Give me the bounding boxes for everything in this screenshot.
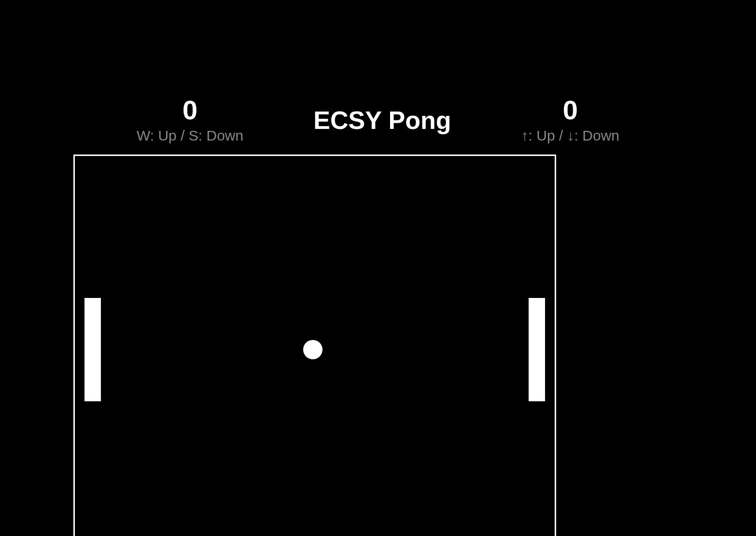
player1-score: 0 (182, 97, 197, 124)
header-inner: 0 W: Up / S: Down ECSY Pong 0 ↑: Up / ↓:… (137, 97, 619, 144)
game-title: ECSY Pong (313, 106, 451, 135)
player2-score: 0 (563, 97, 578, 124)
player2-panel: 0 ↑: Up / ↓: Down (521, 97, 619, 144)
player2-controls-hint: ↑: Up / ↓: Down (521, 127, 619, 144)
player1-controls-hint: W: Up / S: Down (137, 127, 243, 144)
ball (303, 340, 322, 359)
paddle-right[interactable] (529, 298, 545, 401)
play-area[interactable] (73, 155, 556, 536)
paddle-left[interactable] (84, 298, 101, 401)
game-header: 0 W: Up / S: Down ECSY Pong 0 ↑: Up / ↓:… (0, 97, 756, 144)
player1-panel: 0 W: Up / S: Down (137, 97, 243, 144)
